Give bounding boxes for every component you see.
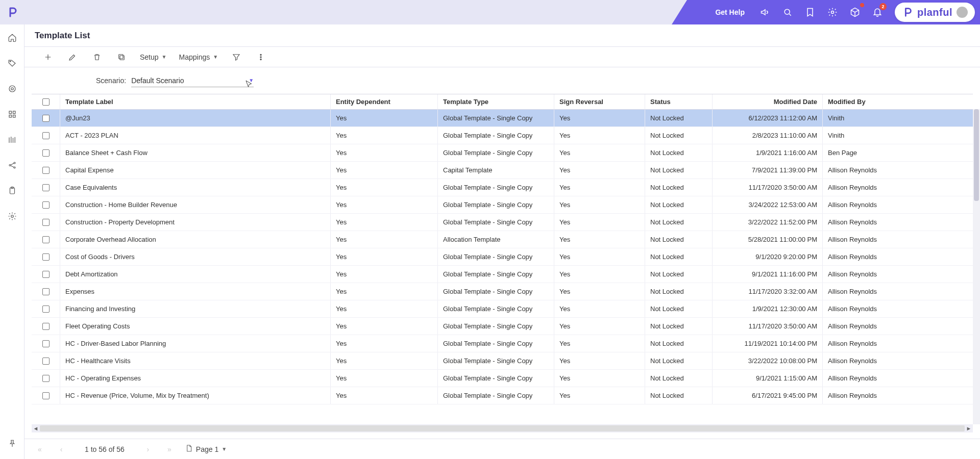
checkbox-icon[interactable] <box>42 271 50 278</box>
cell-sign-reversal: Yes <box>554 283 645 300</box>
table-row[interactable]: ACT - 2023 PLANYesGlobal Template - Sing… <box>32 127 973 144</box>
bell-icon[interactable]: 2 <box>866 1 889 23</box>
th-modified-by[interactable]: Modified By <box>823 94 973 109</box>
apps-grid-icon[interactable] <box>4 106 20 122</box>
table-row[interactable]: Debt AmortizationYesGlobal Template - Si… <box>32 266 973 283</box>
add-button[interactable] <box>36 48 60 66</box>
row-checkbox-cell[interactable] <box>32 214 60 231</box>
row-checkbox-cell[interactable] <box>32 231 60 248</box>
planful-logo-icon[interactable] <box>0 0 24 24</box>
checkbox-icon[interactable] <box>42 132 50 139</box>
table-row[interactable]: Construction - Home Builder RevenueYesGl… <box>32 196 973 214</box>
row-checkbox-cell[interactable] <box>32 300 60 317</box>
edit-button[interactable] <box>60 48 85 66</box>
table-row[interactable]: ExpensesYesGlobal Template - Single Copy… <box>32 283 973 300</box>
mappings-dropdown[interactable]: Mappings▼ <box>173 48 225 66</box>
horizontal-scrollbar[interactable]: ◄ ► <box>32 424 973 432</box>
table-row[interactable]: Case EquivalentsYesGlobal Template - Sin… <box>32 179 973 196</box>
bookmark-icon[interactable] <box>799 1 821 23</box>
checkbox-icon[interactable] <box>42 288 50 295</box>
checkbox-icon[interactable] <box>42 340 50 347</box>
row-checkbox-cell[interactable] <box>32 335 60 352</box>
table-row[interactable]: Cost of Goods - DriversYesGlobal Templat… <box>32 248 973 266</box>
checkbox-icon[interactable] <box>42 184 50 191</box>
row-checkbox-cell[interactable] <box>32 352 60 369</box>
home-icon[interactable] <box>4 30 20 46</box>
scroll-right-icon[interactable]: ► <box>965 425 973 431</box>
last-page-button[interactable]: » <box>163 443 176 455</box>
package-icon[interactable] <box>844 1 866 23</box>
more-button[interactable] <box>249 48 273 66</box>
row-checkbox-cell[interactable] <box>32 110 60 126</box>
table-row[interactable]: Financing and InvestingYesGlobal Templat… <box>32 300 973 318</box>
row-checkbox-cell[interactable] <box>32 162 60 178</box>
table-row[interactable]: HC - Driver-Based Labor PlanningYesGloba… <box>32 335 973 352</box>
vertical-scrollbar[interactable] <box>973 109 980 424</box>
row-checkbox-cell[interactable] <box>32 283 60 300</box>
filter-button[interactable] <box>224 48 249 66</box>
prev-page-button[interactable]: ‹ <box>55 443 67 455</box>
tag-icon[interactable] <box>4 55 20 71</box>
checkbox-icon[interactable] <box>42 375 50 382</box>
checkbox-icon[interactable] <box>42 305 50 313</box>
scenario-select[interactable]: Default Scenario ▼ <box>131 74 254 87</box>
table-row[interactable]: HC - Revenue (Price, Volume, Mix by Trea… <box>32 387 973 404</box>
scroll-track[interactable] <box>40 425 965 431</box>
clipboard-icon[interactable] <box>4 183 20 199</box>
delete-button[interactable] <box>85 48 109 66</box>
checkbox-icon[interactable] <box>42 201 50 209</box>
share-icon[interactable] <box>4 157 20 173</box>
first-page-button[interactable]: « <box>34 443 46 455</box>
checkbox-icon[interactable] <box>42 236 50 243</box>
scrollbar-thumb[interactable] <box>974 109 979 201</box>
search-icon[interactable] <box>776 1 799 23</box>
checkbox-icon[interactable] <box>42 323 50 330</box>
announce-icon[interactable] <box>754 1 776 23</box>
next-page-button[interactable]: › <box>142 443 154 455</box>
row-checkbox-cell[interactable] <box>32 196 60 213</box>
target-icon[interactable] <box>4 81 20 97</box>
table-row[interactable]: HC - Operating ExpensesYesGlobal Templat… <box>32 370 973 387</box>
avatar[interactable] <box>957 7 968 18</box>
row-checkbox-cell[interactable] <box>32 248 60 265</box>
th-select-all[interactable] <box>32 94 60 109</box>
th-modified-date[interactable]: Modified Date <box>713 94 823 109</box>
checkbox-icon[interactable] <box>42 358 50 365</box>
table-row[interactable]: HC - Healthcare VisitsYesGlobal Template… <box>32 352 973 370</box>
checkbox-icon[interactable] <box>42 115 50 122</box>
checkbox-icon[interactable] <box>42 167 50 174</box>
table-row[interactable]: Capital ExpenseYesCapital TemplateYesNot… <box>32 162 973 179</box>
row-checkbox-cell[interactable] <box>32 318 60 335</box>
scroll-left-icon[interactable]: ◄ <box>32 425 40 431</box>
get-help-link[interactable]: Get Help <box>715 8 745 16</box>
table-row[interactable]: Fleet Operating CostsYesGlobal Template … <box>32 318 973 335</box>
checkbox-icon[interactable] <box>42 253 50 261</box>
setup-dropdown[interactable]: Setup▼ <box>134 48 173 66</box>
table-row[interactable]: Construction - Property DevelopmentYesGl… <box>32 214 973 231</box>
th-entity-dependent[interactable]: Entity Dependent <box>331 94 438 109</box>
table-row[interactable]: Balance Sheet + Cash FlowYesGlobal Templ… <box>32 144 973 162</box>
library-icon[interactable] <box>4 132 20 148</box>
th-template-label[interactable]: Template Label <box>60 94 331 109</box>
row-checkbox-cell[interactable] <box>32 370 60 387</box>
th-sign-reversal[interactable]: Sign Reversal <box>554 94 645 109</box>
checkbox-icon[interactable] <box>42 98 50 106</box>
table-row[interactable]: Corporate Overhead AllocationYesAllocati… <box>32 231 973 248</box>
page-select[interactable]: Page 1 ▼ <box>185 444 227 454</box>
checkbox-icon[interactable] <box>42 392 50 399</box>
th-template-type[interactable]: Template Type <box>438 94 554 109</box>
row-checkbox-cell[interactable] <box>32 179 60 196</box>
row-checkbox-cell[interactable] <box>32 387 60 404</box>
checkbox-icon[interactable] <box>42 149 50 157</box>
pin-icon[interactable] <box>4 436 20 452</box>
brand-chip[interactable]: planful <box>895 3 975 22</box>
th-status[interactable]: Status <box>645 94 713 109</box>
table-row[interactable]: @Jun23YesGlobal Template - Single CopyYe… <box>32 110 973 127</box>
copy-button[interactable] <box>109 48 134 66</box>
row-checkbox-cell[interactable] <box>32 127 60 144</box>
settings-gear-icon[interactable] <box>821 1 844 23</box>
checkbox-icon[interactable] <box>42 219 50 226</box>
gear-icon[interactable] <box>4 208 20 224</box>
row-checkbox-cell[interactable] <box>32 144 60 161</box>
row-checkbox-cell[interactable] <box>32 266 60 283</box>
